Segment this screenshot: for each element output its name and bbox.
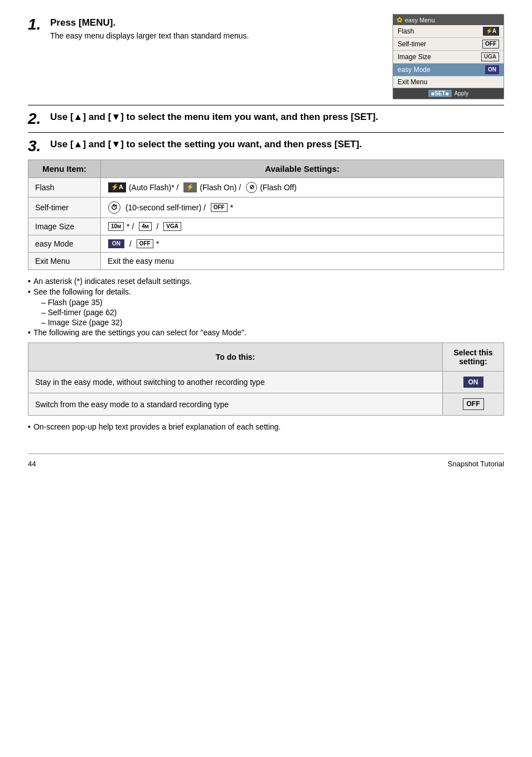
table-col1-header: Menu Item:: [28, 160, 101, 178]
imagesize-10m-icon: 10M: [108, 222, 124, 231]
section-title: Snapshot Tutorial: [448, 460, 504, 468]
stay-on-badge: ON: [463, 377, 483, 388]
second-table-col2-header: Select this setting:: [443, 343, 504, 372]
step-2-number: 2.: [28, 111, 46, 127]
exitmenu-settings: Exit the easy menu: [101, 253, 504, 270]
auto-flash-icon: ⚡A: [108, 182, 126, 192]
second-table-row-switch: Switch from the easy mode to a standard …: [28, 393, 504, 415]
sub-bullet-imagesize: – Image Size (page 32): [41, 318, 504, 327]
bullet-seefollowing: • See the following for details.: [28, 287, 504, 296]
sub-bullet-flash: – Flash (page 35): [41, 298, 504, 307]
switch-desc: Switch from the easy mode to a standard …: [28, 393, 443, 415]
step-1-content: Press [MENU]. The easy menu displays lar…: [50, 17, 504, 99]
easymode-on-icon: ON: [108, 239, 124, 248]
step-2: 2. Use [▲] and [▼] to select the menu it…: [28, 111, 504, 127]
imagesize-vga-icon: VGA: [163, 222, 181, 231]
selftimer-10s-icon: ⏱: [108, 201, 120, 214]
stay-desc: Stay in the easy mode, without switching…: [28, 372, 443, 393]
easy-menu-widget: ✿ easy Menu Flash ⚡A Self-timer OFF Imag…: [393, 14, 504, 99]
flash-off-icon: ⊘: [246, 182, 257, 193]
step-3-content: Use [▲] and [▼] to select the setting yo…: [50, 138, 504, 151]
second-settings-table: To do this: Select this setting: Stay in…: [28, 343, 504, 416]
final-bullet: • On-screen pop-up help text provides a …: [28, 422, 504, 431]
step-1-desc: The easy menu displays larger text than …: [50, 31, 381, 40]
step-2-content: Use [▲] and [▼] to select the menu item …: [50, 111, 504, 123]
step-1-title: Press [MENU].: [50, 17, 381, 29]
step-1-number: 1.: [28, 17, 46, 32]
table-row-imagesize: Image Size 10M* / 4M / VGA: [28, 218, 504, 235]
second-table-col1-header: To do this:: [28, 343, 443, 372]
second-table-row-stay: Stay in the easy mode, without switching…: [28, 372, 504, 393]
table-row-flash: Flash ⚡A (Auto Flash)* / ⚡ (Flash On) / …: [28, 178, 504, 197]
table-row-selftimer: Self-timer ⏱ (10-second self-timer) / OF…: [28, 197, 504, 218]
main-settings-table: Menu Item: Available Settings: Flash ⚡A …: [28, 160, 504, 270]
switch-off-badge: OFF: [463, 398, 484, 409]
easy-menu-imagesize: Image Size UGA: [393, 51, 504, 64]
table-col2-header: Available Settings:: [101, 160, 504, 178]
final-bullet-section: • On-screen pop-up help text provides a …: [28, 422, 504, 431]
easymode-off-icon: OFF: [137, 239, 153, 248]
imagesize-4m-icon: 4M: [139, 222, 152, 231]
step-2-title: Use [▲] and [▼] to select the menu item …: [50, 111, 504, 123]
step-3: 3. Use [▲] and [▼] to select the setting…: [28, 138, 504, 154]
sub-bullet-selftimer: – Self-timer (page 62): [41, 308, 504, 317]
selftimer-off-icon: OFF: [211, 203, 228, 212]
easy-menu-selftimer: Self-timer OFF: [393, 38, 504, 51]
easy-menu-exit: Exit Menu: [393, 76, 504, 88]
easy-menu-flash: Flash ⚡A: [393, 25, 504, 38]
imagesize-settings: 10M* / 4M / VGA: [108, 222, 497, 231]
flash-settings: ⚡A (Auto Flash)* / ⚡ (Flash On) / ⊘ (Fla…: [108, 182, 497, 193]
easy-menu-title: ✿ easy Menu: [393, 15, 504, 25]
table-row-easymode: easy Mode ON / OFF*: [28, 235, 504, 253]
bullet-asterisk: • An asterisk (*) indicates reset defaul…: [28, 277, 504, 286]
switch-setting: OFF: [443, 393, 504, 415]
step-3-title: Use [▲] and [▼] to select the setting yo…: [50, 138, 504, 151]
easy-menu-bottom: ■SET■ Apply: [393, 88, 504, 99]
bullet-section: • An asterisk (*) indicates reset defaul…: [28, 277, 504, 337]
step-3-number: 3.: [28, 138, 46, 154]
easy-menu-easymode: easy Mode ON: [393, 64, 504, 76]
stay-setting: ON: [443, 372, 504, 393]
flash-on-icon: ⚡: [183, 182, 197, 192]
page-footer: 44 Snapshot Tutorial: [28, 454, 504, 468]
page-number: 44: [28, 460, 36, 468]
selftimer-settings: ⏱ (10-second self-timer) / OFF*: [108, 201, 497, 214]
easymode-settings: ON / OFF*: [108, 239, 497, 248]
step-1: 1. Press [MENU]. The easy menu displays …: [28, 17, 504, 99]
bullet-easymode-desc: • The following are the settings you can…: [28, 328, 504, 337]
table-row-exitmenu: Exit Menu Exit the easy menu: [28, 253, 504, 270]
